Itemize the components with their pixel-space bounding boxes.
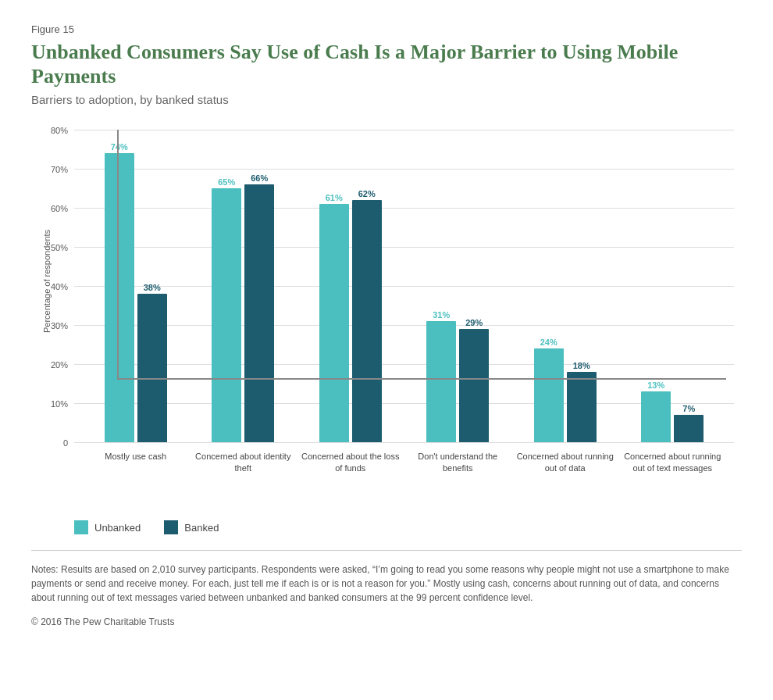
y-tick-label: 50% [51, 243, 68, 252]
bar-value-banked: 18% [573, 361, 590, 370]
y-axis-line [117, 130, 119, 380]
bar-wrap-unbanked: 31% [426, 310, 456, 442]
y-tick-label: 30% [51, 321, 68, 330]
bar-value-banked: 62% [358, 189, 376, 198]
bar-group: 13%7% [619, 380, 727, 442]
bar-banked [244, 184, 274, 442]
bar-banked [674, 415, 704, 442]
x-axis-label: Concerned about identity theft [190, 451, 297, 473]
bar-wrap-banked: 7% [674, 404, 704, 442]
copyright: © 2016 The Pew Charitable Trusts [31, 616, 742, 627]
chart-title: Unbanked Consumers Say Use of Cash Is a … [31, 40, 742, 88]
y-tick-label: 0 [63, 438, 68, 448]
grid-line: 0 [74, 442, 734, 443]
bar-value-banked: 7% [682, 404, 695, 413]
bar-group: 65%66% [190, 173, 297, 442]
bar-wrap-unbanked: 13% [641, 380, 671, 442]
legend-unbanked-label: Unbanked [94, 522, 141, 534]
x-axis-label: Mostly use cash [82, 451, 190, 462]
bar-value-unbanked: 74% [111, 142, 128, 152]
bar-banked [459, 329, 489, 442]
x-axis-label: Don't understand the benefits [404, 451, 512, 473]
figure-label: Figure 15 [31, 23, 742, 35]
bar-value-unbanked: 13% [647, 380, 664, 390]
bar-banked [352, 200, 382, 442]
bar-wrap-unbanked: 65% [212, 177, 241, 442]
chart-inner: 80%70%60%50%40%30%20%10%0 74%38%65%66%61… [74, 130, 734, 442]
legend-banked-label: Banked [184, 522, 219, 534]
y-tick-label: 10% [51, 399, 68, 409]
bar-banked [137, 294, 167, 442]
x-axis-line [117, 378, 726, 380]
legend: Unbanked Banked [74, 520, 742, 534]
bar-wrap-banked: 38% [137, 283, 167, 442]
y-tick-label: 80% [51, 126, 68, 135]
y-tick-label: 70% [51, 165, 68, 174]
bar-wrap-banked: 18% [567, 361, 597, 442]
bar-unbanked [641, 391, 671, 442]
bar-wrap-unbanked: 24% [534, 338, 564, 442]
bar-wrap-unbanked: 74% [105, 142, 134, 442]
y-tick-label: 20% [51, 360, 68, 370]
bar-group: 61%62% [297, 189, 404, 442]
divider [31, 550, 742, 551]
bar-group: 74%38% [82, 142, 190, 442]
legend-unbanked: Unbanked [74, 520, 141, 534]
bar-value-banked: 66% [251, 173, 268, 183]
x-axis-labels: Mostly use cashConcerned about identity … [74, 446, 734, 505]
x-axis-label: Concerned about running out of data [511, 451, 619, 473]
bar-wrap-banked: 66% [244, 173, 274, 442]
legend-unbanked-box [74, 520, 88, 534]
x-axis-label: Concerned about running out of text mess… [619, 451, 727, 473]
bar-value-unbanked: 65% [218, 177, 235, 187]
bar-unbanked [319, 204, 349, 442]
chart-area: Percentage of respondents 80%70%60%50%40… [31, 130, 742, 505]
bar-unbanked [534, 348, 564, 442]
legend-banked: Banked [164, 520, 219, 534]
bar-unbanked [105, 153, 134, 442]
bar-unbanked [212, 188, 241, 442]
x-axis-label: Concerned about the loss of funds [297, 451, 404, 473]
bar-value-banked: 38% [144, 283, 161, 292]
legend-banked-box [164, 520, 178, 534]
bar-group: 24%18% [511, 338, 619, 442]
bar-value-unbanked: 31% [433, 310, 450, 320]
bars-container: 74%38%65%66%61%62%31%29%24%18%13%7% [74, 130, 734, 442]
bar-value-unbanked: 24% [540, 338, 557, 347]
chart-subtitle: Barriers to adoption, by banked status [31, 93, 742, 106]
notes: Notes: Results are based on 2,010 survey… [31, 562, 742, 605]
bar-value-unbanked: 61% [326, 193, 343, 202]
bar-wrap-unbanked: 61% [319, 193, 349, 442]
y-tick-label: 40% [51, 282, 68, 291]
bar-unbanked [426, 321, 456, 442]
bar-group: 31%29% [404, 310, 512, 442]
y-tick-label: 60% [51, 204, 68, 213]
bar-wrap-banked: 29% [459, 318, 489, 442]
bar-wrap-banked: 62% [352, 189, 382, 442]
bar-banked [567, 372, 597, 442]
bar-value-banked: 29% [465, 318, 483, 327]
